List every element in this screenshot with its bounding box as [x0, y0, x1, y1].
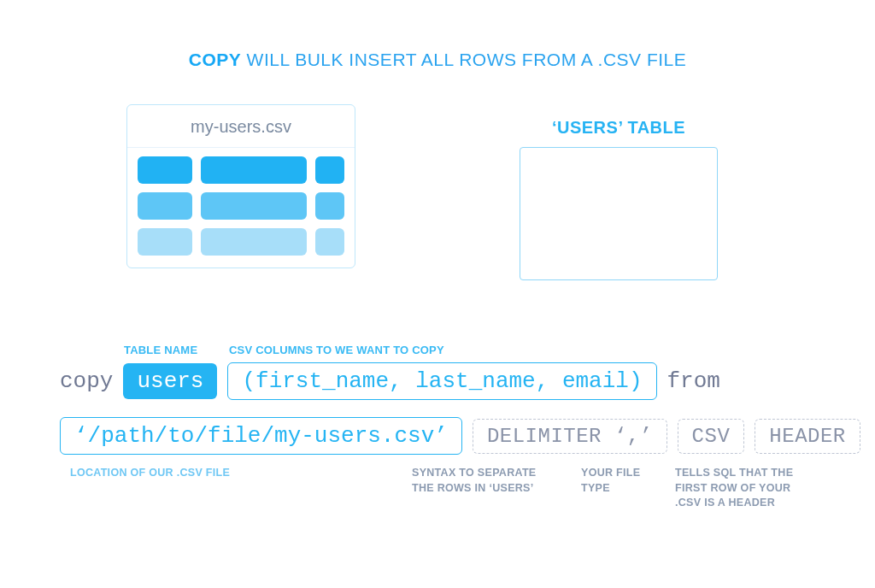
- csv-cell: [138, 156, 192, 184]
- csv-cell: [315, 228, 344, 256]
- token-file-path: ‘/path/to/file/my-users.csv’: [60, 417, 462, 455]
- csv-cell: [315, 192, 344, 220]
- users-table-box: [520, 147, 718, 280]
- sql-line-2: ‘/path/to/file/my-users.csv’ DELIMITER ‘…: [60, 417, 860, 455]
- users-table-label: ‘USERS’ TABLE: [520, 118, 718, 138]
- token-delimiter: DELIMITER ‘,’: [473, 419, 667, 454]
- csv-cell: [201, 192, 307, 220]
- csv-cell: [138, 192, 192, 220]
- token-csv: CSV: [678, 419, 745, 454]
- csv-cell: [138, 228, 192, 256]
- csv-cell: [315, 156, 344, 184]
- caption-header: TELLS SQL THAT THE FIRST ROW OF YOUR .CS…: [675, 466, 803, 511]
- csv-cell: [201, 228, 307, 256]
- headline-rest: WILL BULK INSERT ALL ROWS FROM A .CSV FI…: [241, 50, 686, 69]
- csv-preview-grid: [127, 148, 355, 268]
- caption-location: LOCATION OF OUR .CSV FILE: [70, 466, 230, 481]
- csv-file-card: my-users.csv: [126, 104, 355, 268]
- csv-cell: [201, 156, 307, 184]
- sql-line-1: copy users (first_name, last_name, email…: [60, 362, 720, 400]
- headline-bold: COPY: [189, 50, 242, 69]
- label-table-name: TABLE NAME: [124, 344, 197, 356]
- caption-delimiter: SYNTAX TO SEPARATE THE ROWS IN ‘USERS’: [412, 466, 557, 496]
- keyword-copy: copy: [60, 368, 113, 394]
- label-csv-columns: CSV COLUMNS TO WE WANT TO COPY: [229, 344, 444, 356]
- csv-filename: my-users.csv: [127, 105, 355, 148]
- keyword-from: from: [667, 368, 720, 394]
- token-table-name: users: [123, 363, 217, 399]
- caption-filetype: YOUR FILE TYPE: [581, 466, 649, 496]
- page-title: COPY WILL BULK INSERT ALL ROWS FROM A .C…: [0, 50, 875, 70]
- token-columns: (first_name, last_name, email): [227, 362, 656, 400]
- token-header: HEADER: [755, 419, 860, 454]
